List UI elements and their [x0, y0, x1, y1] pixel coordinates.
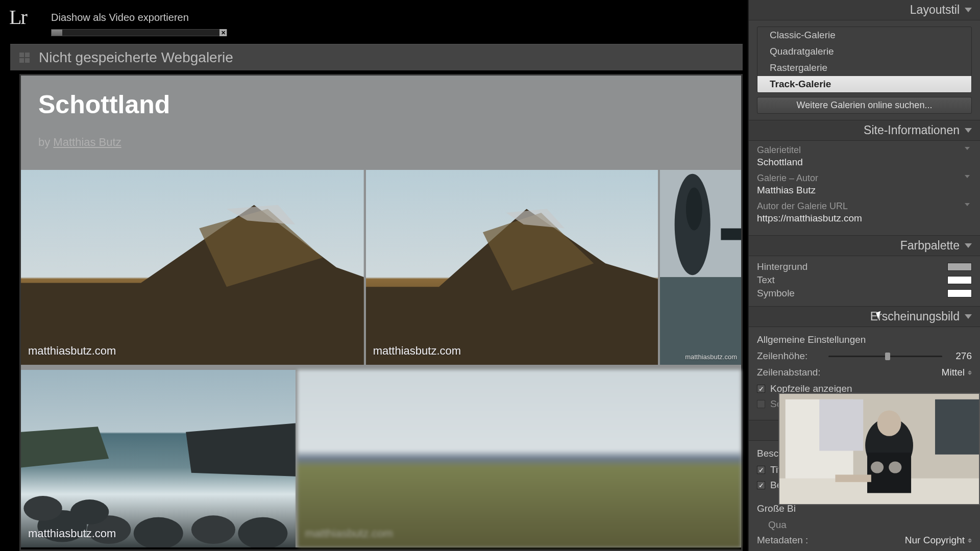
- quality-label: Qua: [768, 519, 972, 531]
- chevron-down-icon: [965, 243, 972, 248]
- gallery-image[interactable]: matthiasbutz.com: [298, 370, 741, 547]
- appearance-subheading: Allgemeine Einstellungen: [757, 334, 972, 345]
- gallery-header-bar: Nicht gespeicherte Webgalerie: [10, 44, 743, 70]
- svg-point-5: [686, 187, 702, 230]
- watermark: matthiasbutz.com: [305, 527, 393, 540]
- panel-header-site-info[interactable]: Site-Informationen: [749, 120, 980, 141]
- export-dialog-title: Diashow als Video exportieren: [51, 12, 189, 23]
- gallery-status-title: Nicht gespeicherte Webgalerie: [39, 49, 233, 66]
- gallery-title-field[interactable]: Galerietitel Schottland: [757, 145, 972, 168]
- gallery-image[interactable]: matthiasbutz.com: [366, 170, 658, 365]
- layout-style-option-selected[interactable]: Track-Galerie: [757, 76, 971, 92]
- watermark: matthiasbutz.com: [685, 353, 737, 361]
- watermark: matthiasbutz.com: [28, 527, 116, 540]
- svg-point-22: [877, 410, 901, 436]
- svg-point-24: [871, 461, 884, 473]
- row-height-value[interactable]: 276: [947, 350, 972, 362]
- color-swatch-background[interactable]: [947, 263, 972, 271]
- layout-style-option[interactable]: Rastergalerie: [757, 60, 971, 76]
- chevron-down-icon: [965, 8, 972, 12]
- svg-rect-26: [835, 474, 871, 482]
- svg-point-11: [191, 515, 235, 544]
- color-swatch-symbols[interactable]: [947, 289, 972, 297]
- row-height-label: Zeilenhöhe:: [757, 350, 823, 362]
- svg-rect-23: [867, 453, 911, 493]
- svg-point-25: [889, 461, 901, 473]
- gallery-author-line: by Matthias Butz: [38, 136, 724, 149]
- svg-rect-18: [819, 399, 863, 451]
- layout-style-list: Classic-Galerie Quadratgalerie Rastergal…: [757, 27, 972, 93]
- chevron-down-icon: [965, 203, 970, 206]
- svg-point-14: [70, 499, 109, 524]
- metadata-dropdown[interactable]: Nur Copyright: [905, 535, 972, 546]
- webcam-pip: [778, 393, 980, 505]
- panel-header-erscheinungsbild[interactable]: Erscheinungsbild: [749, 307, 980, 327]
- gallery-image[interactable]: matthiasbutz.com: [21, 170, 364, 365]
- gallery-image[interactable]: matthiasbutz.com: [660, 170, 741, 365]
- chevron-down-icon: [965, 147, 970, 150]
- panel-header-layoutstil[interactable]: Layoutstil: [749, 0, 980, 20]
- row-spacing-label: Zeilenabstand:: [757, 367, 823, 378]
- chevron-down-icon: [965, 175, 970, 178]
- layout-style-option[interactable]: Quadratgalerie: [757, 43, 971, 60]
- gallery-image[interactable]: matthiasbutz.com: [21, 370, 296, 547]
- export-progress-bar: ✕: [51, 29, 227, 36]
- layout-style-option[interactable]: Classic-Galerie: [757, 27, 971, 43]
- grid-icon[interactable]: [19, 53, 30, 63]
- chevron-down-icon: [965, 314, 972, 319]
- color-label: Symbole: [757, 288, 795, 299]
- mouse-cursor-icon: [876, 313, 877, 314]
- find-more-galleries-button[interactable]: Weitere Galerien online suchen...: [757, 97, 972, 114]
- export-progress-fill: [52, 30, 62, 36]
- chevron-down-icon: [965, 128, 972, 133]
- gallery-author-field[interactable]: Galerie – Autor Matthias Butz: [757, 173, 972, 196]
- gallery-title: Schottland: [38, 90, 724, 119]
- watermark: matthiasbutz.com: [373, 344, 461, 358]
- svg-rect-19: [935, 399, 979, 455]
- color-swatch-text[interactable]: [947, 276, 972, 284]
- panel-header-farbpalette[interactable]: Farbpalette: [749, 236, 980, 256]
- gallery-author-link[interactable]: Matthias Butz: [53, 136, 121, 148]
- row-spacing-dropdown[interactable]: Mittel: [942, 367, 972, 378]
- row-height-slider[interactable]: [828, 356, 942, 357]
- gallery-author-url-field[interactable]: Autor der Galerie URL https://matthiasbu…: [757, 201, 972, 224]
- color-label: Text: [757, 274, 775, 286]
- svg-rect-3: [660, 277, 741, 365]
- app-logo: Lr: [9, 5, 27, 29]
- metadata-label: Metadaten :: [757, 535, 823, 546]
- svg-rect-15: [298, 370, 741, 547]
- watermark: matthiasbutz.com: [28, 344, 116, 358]
- color-label: Hintergrund: [757, 261, 807, 272]
- gallery-preview-header: Schottland by Matthias Butz: [21, 76, 741, 170]
- svg-point-13: [23, 496, 62, 521]
- web-gallery-preview: Schottland by Matthias Butz matthiasbutz…: [19, 74, 743, 551]
- svg-rect-6: [721, 229, 741, 240]
- export-cancel-button[interactable]: ✕: [219, 29, 227, 36]
